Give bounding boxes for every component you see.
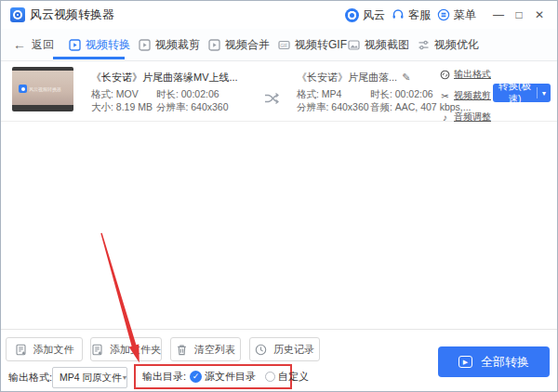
maximize-button[interactable]: □ <box>509 1 529 29</box>
add-folder-button[interactable]: 添加文件夹 <box>90 337 162 361</box>
video-thumbnail: 风云视频转换器 <box>12 67 73 111</box>
play-square-icon <box>208 39 220 51</box>
output-format-value: MP4 同原文件 <box>60 372 122 385</box>
trash-icon <box>176 344 188 356</box>
menu-label: 菜单 <box>454 7 476 23</box>
add-file-icon <box>15 344 27 356</box>
add-folder-icon <box>91 344 103 356</box>
brand-link[interactable]: 风云 <box>345 7 385 23</box>
output-directory-highlight-box: 输出目录: ✓ 源文件目录 自定义 <box>134 364 292 389</box>
snapshot-icon <box>348 39 360 51</box>
tab-video-to-gif[interactable]: GIF 视频转GIF <box>278 29 347 60</box>
play-square-icon <box>139 39 151 51</box>
active-tab-indicator <box>53 57 125 59</box>
minimize-button[interactable]: — <box>488 1 509 29</box>
support-label: 客服 <box>408 7 431 23</box>
menu-icon <box>437 8 450 21</box>
source-duration: 00:02:06 <box>181 88 219 99</box>
radio-unchecked-icon <box>265 372 275 382</box>
output-file-title: 《长安诺》片尾曲落... <box>297 72 397 83</box>
output-format-dropdown[interactable]: MP4 同原文件 ▼ <box>52 367 127 388</box>
watermark-text: 风云视频转换器 <box>29 86 61 92</box>
rename-pencil-icon[interactable]: ✎ <box>402 72 410 83</box>
tab-video-snapshot[interactable]: 视频截图 <box>348 29 409 60</box>
source-size: 8.19 MB <box>116 101 153 112</box>
clear-list-button[interactable]: 清空列表 <box>170 337 241 361</box>
output-duration: 00:02:06 <box>395 88 433 99</box>
title-bar: 风云视频转换器 风云 客服 菜单 — <box>1 1 557 29</box>
back-button[interactable]: ← 返回 <box>13 29 54 60</box>
gif-icon: GIF <box>278 39 290 51</box>
support-button[interactable]: 客服 <box>392 7 431 23</box>
tab-video-merge[interactable]: 视频合并 <box>208 29 270 60</box>
music-note-icon: ♪ <box>440 112 450 123</box>
radio-custom-directory[interactable]: 自定义 <box>265 370 309 384</box>
convert-all-button[interactable]: ▶ 全部转换 <box>438 346 550 377</box>
file-list-row[interactable]: 风云视频转换器 《长安诺》片尾曲落缘MV上线... 格式: MOV 时长: 00… <box>1 61 557 122</box>
source-resolution: 640x360 <box>191 101 228 112</box>
audio-adjust-link[interactable]: ♪ 音频调整 <box>440 111 491 124</box>
back-label: 返回 <box>32 37 54 53</box>
menu-button[interactable]: 菜单 <box>437 7 476 23</box>
output-format-link[interactable]: 输出格式 <box>440 68 491 81</box>
tab-video-convert[interactable]: 视频转换 <box>69 29 130 60</box>
app-logo-icon <box>10 7 25 22</box>
output-format-label: 输出格式: <box>8 367 52 388</box>
brand-logo-icon <box>345 8 359 22</box>
radio-source-directory[interactable]: ✓ 源文件目录 <box>190 370 256 384</box>
source-format: MOV <box>116 88 139 99</box>
brand-label: 风云 <box>363 7 385 23</box>
app-title: 风云视频转换器 <box>30 1 114 29</box>
scissors-icon: ✂ <box>440 91 450 101</box>
format-cycle-icon <box>440 70 450 80</box>
convert-fast-button[interactable]: 转换(极速) ▼ <box>493 84 551 102</box>
back-arrow-icon: ← <box>13 37 26 52</box>
shuffle-arrows-icon <box>264 92 279 105</box>
play-square-icon <box>69 39 81 51</box>
headset-icon <box>392 8 405 21</box>
chevron-down-icon[interactable]: ▼ <box>537 87 551 98</box>
tab-video-crop[interactable]: 视频裁剪 <box>139 29 200 60</box>
output-directory-label: 输出目录: <box>142 370 186 384</box>
source-file-title: 《长安诺》片尾曲落缘MV上线... <box>91 71 238 85</box>
video-crop-link[interactable]: ✂ 视频裁剪 <box>440 89 491 102</box>
close-button[interactable]: ✕ <box>529 1 550 29</box>
footer-divider <box>1 329 557 330</box>
svg-text:GIF: GIF <box>280 43 287 47</box>
add-file-button[interactable]: 添加文件 <box>6 337 83 361</box>
tab-video-optimize[interactable]: 视频优化 <box>418 29 479 60</box>
tab-bar: ← 返回 视频转换 视频裁剪 视频合并 GIF 视频转GIF 视频截图 视频优化 <box>1 29 557 61</box>
chevron-down-icon: ▼ <box>122 374 128 381</box>
radio-checked-icon: ✓ <box>190 371 202 383</box>
output-format: MP4 <box>322 88 342 99</box>
app-window: 风云视频转换器 风云 客服 菜单 — <box>0 0 558 392</box>
sliders-icon <box>418 39 430 51</box>
output-resolution: 640x360 <box>331 101 368 112</box>
history-button[interactable]: 历史记录 <box>249 337 320 361</box>
watermark-logo-icon <box>19 85 27 93</box>
play-square-icon: ▶ <box>458 356 472 368</box>
clock-icon <box>255 344 267 356</box>
row-actions: 输出格式 ✂ 视频裁剪 ♪ 音频调整 <box>440 68 491 124</box>
